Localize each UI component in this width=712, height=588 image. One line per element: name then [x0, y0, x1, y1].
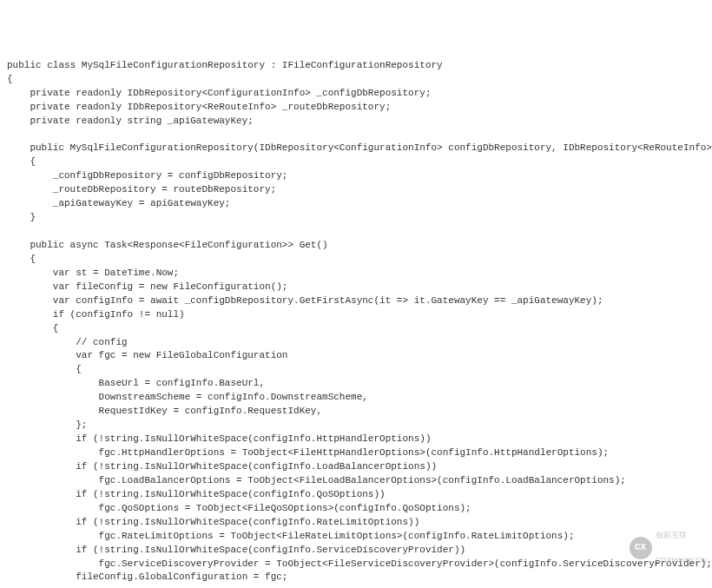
code-line: fgc.HttpHandlerOptions = ToObject<FileHt… — [7, 447, 609, 458]
code-line: BaseUrl = configInfo.BaseUrl, — [7, 378, 265, 388]
code-line: private readonly string _apiGatewayKey; — [7, 116, 254, 126]
code-line: var st = DateTime.Now; — [7, 268, 179, 278]
code-line: fgc.LoadBalancerOptions = ToObject<FileL… — [7, 475, 626, 486]
code-line: _apiGatewayKey = apiGatewayKey; — [7, 198, 230, 208]
code-line: } — [7, 212, 36, 222]
code-line: { — [7, 323, 58, 334]
watermark-text: 创新互联 CDXWWW.CN — [656, 514, 708, 583]
code-line: public MySqlFileConfigurationRepository(… — [7, 142, 712, 153]
code-line: fgc.QoSOptions = ToObject<FileQoSOptions… — [7, 503, 471, 513]
code-line: public async Task<Response<FileConfigura… — [7, 240, 328, 250]
code-line: fgc.ServiceDiscoveryProvider = ToObject<… — [7, 558, 712, 569]
code-line: // config — [7, 337, 128, 347]
watermark-icon: CX — [630, 537, 652, 559]
code-line: if (!string.IsNullOrWhiteSpace(configInf… — [7, 545, 465, 555]
code-line: fgc.RateLimitOptions = ToObject<FileRate… — [7, 531, 575, 541]
watermark-line1: 创新互联 — [656, 532, 708, 540]
code-line: _configDbRepository = configDbRepository… — [7, 170, 287, 181]
code-line: { — [7, 156, 36, 167]
code-line: var configInfo = await _configDbReposito… — [7, 295, 603, 306]
code-line: { — [7, 74, 13, 84]
code-line: { — [7, 254, 36, 264]
code-line: RequestIdKey = configInfo.RequestIdKey, — [7, 406, 322, 416]
watermark-line2: CDXWWW.CN — [656, 557, 708, 565]
code-block: public class MySqlFileConfigurationRepos… — [7, 59, 705, 588]
code-line: fileConfig.GlobalConfiguration = fgc; — [7, 571, 287, 582]
code-line: }; — [7, 420, 87, 430]
code-line: private readonly IDbRepository<ReRouteIn… — [7, 102, 391, 112]
code-line: public class MySqlFileConfigurationRepos… — [7, 60, 443, 70]
code-line: DownstreamScheme = configInfo.Downstream… — [7, 392, 368, 402]
code-line: if (!string.IsNullOrWhiteSpace(configInf… — [7, 489, 386, 499]
code-line: private readonly IDbRepository<Configura… — [7, 88, 431, 98]
code-line: if (!string.IsNullOrWhiteSpace(configInf… — [7, 517, 419, 527]
code-line: if (configInfo != null) — [7, 309, 185, 320]
code-line: var fgc = new FileGlobalConfiguration — [7, 350, 287, 360]
code-line: if (!string.IsNullOrWhiteSpace(configInf… — [7, 461, 437, 472]
code-line: var fileConfig = new FileConfiguration()… — [7, 281, 287, 292]
watermark: CX 创新互联 CDXWWW.CN — [630, 514, 708, 583]
code-line: if (!string.IsNullOrWhiteSpace(configInf… — [7, 433, 431, 444]
code-line: _routeDbRepository = routeDbRepository; — [7, 184, 276, 195]
code-line: { — [7, 364, 82, 374]
